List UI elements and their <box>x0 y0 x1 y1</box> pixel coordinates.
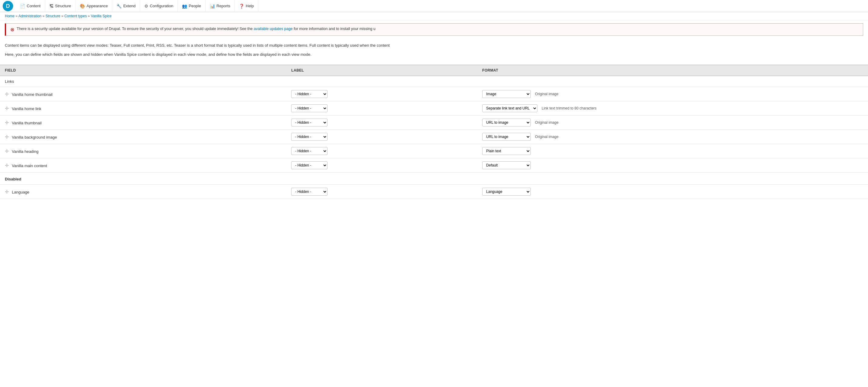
label-select[interactable]: - Hidden -AboveInlineVisually hidden <box>291 147 328 155</box>
group-header-row: Links <box>0 76 868 87</box>
field-name-cell: ✛Vanilla home thumbnail <box>0 87 286 101</box>
people-icon: 👥 <box>182 4 187 8</box>
field-format-cell: DefaultPlain textURL to image <box>477 158 868 173</box>
nav-item-content[interactable]: 📄 Content <box>16 0 45 12</box>
format-select[interactable]: Plain textDefaultURL to image <box>482 147 531 155</box>
label-select[interactable]: - Hidden -AboveInlineVisually hidden <box>291 188 328 196</box>
group-header-cell: Links <box>0 76 868 87</box>
table-header-row: Field Label Format <box>0 65 868 76</box>
field-label-cell: - Hidden -AboveInlineVisually hidden <box>286 144 477 158</box>
table-body: Links✛Vanilla home thumbnail- Hidden -Ab… <box>0 76 868 199</box>
help-icon: ❓ <box>239 4 244 8</box>
field-label-cell: - Hidden -AboveInlineVisually hidden <box>286 101 477 116</box>
extend-icon: 🔧 <box>117 4 122 8</box>
format-select[interactable]: DefaultPlain textURL to image <box>482 161 531 169</box>
format-select[interactable]: ImageURL to imagePlain textDefault <box>482 90 531 98</box>
alert-bar: ⊗ There is a security update available f… <box>5 23 863 36</box>
reports-icon: 📊 <box>210 4 215 8</box>
label-select[interactable]: - Hidden -AboveInlineVisually hidden <box>291 104 328 112</box>
field-name-label: Vanilla main content <box>12 163 47 168</box>
format-extra-text: Original image <box>535 120 558 125</box>
drag-handle-icon[interactable]: ✛ <box>5 135 9 140</box>
breadcrumb-home[interactable]: Home <box>5 14 14 18</box>
label-select[interactable]: - Hidden -AboveInlineVisually hidden <box>291 161 328 169</box>
nav-item-configuration[interactable]: ⚙ Configuration <box>140 0 178 12</box>
field-format-cell: ImageURL to imagePlain textDefaultOrigin… <box>477 116 868 130</box>
field-name-label: Vanilla heading <box>12 149 38 154</box>
breadcrumb-content-types[interactable]: Content types <box>64 14 87 18</box>
breadcrumb: Home » Administration » Structure » Cont… <box>0 12 868 20</box>
format-select[interactable]: Separate link text and URLURL to imagePl… <box>482 104 537 112</box>
breadcrumb-vanilla-spice[interactable]: Vanilla Spice <box>91 14 112 18</box>
col-header-format: Format <box>477 65 868 76</box>
table-row: ✛Vanilla heading- Hidden -AboveInlineVis… <box>0 144 868 158</box>
alert-text-after: for more information and to install your… <box>293 27 375 31</box>
drupal-logo: D <box>2 1 13 11</box>
field-name-cell: ✛Vanilla thumbnail <box>0 116 286 130</box>
table-row: ✛Vanilla thumbnail- Hidden -AboveInlineV… <box>0 116 868 130</box>
field-name-cell: ✛Language <box>0 185 286 199</box>
field-format-cell: Plain textDefaultURL to image <box>477 144 868 158</box>
drag-handle-icon[interactable]: ✛ <box>5 163 9 168</box>
nav-items: 📄 Content 🏗 Structure 🎨 Appearance 🔧 Ext… <box>16 0 258 12</box>
format-extra-text: Link text trimmed to 80 characters <box>542 106 596 110</box>
configuration-icon: ⚙ <box>144 4 148 8</box>
field-name-cell: ✛Vanilla heading <box>0 144 286 158</box>
nav-item-structure[interactable]: 🏗 Structure <box>45 0 76 12</box>
content-icon: 📄 <box>20 4 25 8</box>
label-select[interactable]: - Hidden -AboveInlineVisually hidden <box>291 119 328 126</box>
field-format-cell: ImageURL to imagePlain textDefaultOrigin… <box>477 130 868 144</box>
field-name-cell: ✛Vanilla background image <box>0 130 286 144</box>
description2: Here, you can define which fields are sh… <box>0 50 868 62</box>
section-header-cell: Disabled <box>0 173 868 185</box>
field-name-cell: ✛Vanilla home link <box>0 101 286 116</box>
breadcrumb-structure[interactable]: Structure <box>45 14 60 18</box>
nav-item-people[interactable]: 👥 People <box>178 0 205 12</box>
field-format-cell: LanguagePlain textDefault <box>477 185 868 199</box>
drag-handle-icon[interactable]: ✛ <box>5 120 9 125</box>
field-label-cell: - Hidden -AboveInlineVisually hidden <box>286 116 477 130</box>
top-navigation: D 📄 Content 🏗 Structure 🎨 Appearance 🔧 E… <box>0 0 868 12</box>
field-name-label: Vanilla home thumbnail <box>12 92 53 97</box>
drag-handle-icon[interactable]: ✛ <box>5 189 9 195</box>
field-label-cell: - Hidden -AboveInlineVisually hidden <box>286 130 477 144</box>
format-extra-text: Original image <box>535 135 558 139</box>
field-format-cell: ImageURL to imagePlain textDefaultOrigin… <box>477 87 868 101</box>
field-name-label: Language <box>12 190 29 195</box>
drag-handle-icon[interactable]: ✛ <box>5 149 9 154</box>
format-select[interactable]: ImageURL to imagePlain textDefault <box>482 133 531 141</box>
svg-text:D: D <box>6 3 10 9</box>
nav-item-extend[interactable]: 🔧 Extend <box>112 0 140 12</box>
field-label-cell: - Hidden -AboveInlineVisually hidden <box>286 158 477 173</box>
table-row: ✛Vanilla home link- Hidden -AboveInlineV… <box>0 101 868 116</box>
label-select[interactable]: - Hidden -AboveInlineVisually hidden <box>291 90 328 98</box>
alert-text-before: There is a security update available for… <box>17 27 253 31</box>
drag-handle-icon[interactable]: ✛ <box>5 106 9 111</box>
format-extra-text: Original image <box>535 92 558 96</box>
field-name-label: Vanilla thumbnail <box>12 121 41 125</box>
nav-item-help[interactable]: ❓ Help <box>235 0 258 12</box>
format-select[interactable]: LanguagePlain textDefault <box>482 188 531 196</box>
alert-icon: ⊗ <box>10 27 14 32</box>
table-row: ✛Vanilla main content- Hidden -AboveInli… <box>0 158 868 173</box>
table-row: ✛Vanilla home thumbnail- Hidden -AboveIn… <box>0 87 868 101</box>
table-row: ✛Language- Hidden -AboveInlineVisually h… <box>0 185 868 199</box>
field-name-label: Vanilla background image <box>12 135 57 140</box>
format-select[interactable]: ImageURL to imagePlain textDefault <box>482 119 531 126</box>
col-header-field: Field <box>0 65 286 76</box>
nav-item-appearance[interactable]: 🎨 Appearance <box>75 0 112 12</box>
fields-table: Field Label Format Links✛Vanilla home th… <box>0 65 868 199</box>
nav-item-reports[interactable]: 📊 Reports <box>206 0 235 12</box>
section-header-row: Disabled <box>0 173 868 185</box>
field-name-label: Vanilla home link <box>12 107 41 111</box>
alert-link[interactable]: available updates page <box>253 27 293 31</box>
structure-icon: 🏗 <box>50 4 54 8</box>
label-select[interactable]: - Hidden -AboveInlineVisually hidden <box>291 133 328 141</box>
appearance-icon: 🎨 <box>80 4 85 8</box>
breadcrumb-administration[interactable]: Administration <box>19 14 41 18</box>
drag-handle-icon[interactable]: ✛ <box>5 92 9 97</box>
field-format-cell: Separate link text and URLURL to imagePl… <box>477 101 868 116</box>
description1: Content items can be displayed using dif… <box>0 39 868 50</box>
field-label-cell: - Hidden -AboveInlineVisually hidden <box>286 87 477 101</box>
field-name-cell: ✛Vanilla main content <box>0 158 286 173</box>
